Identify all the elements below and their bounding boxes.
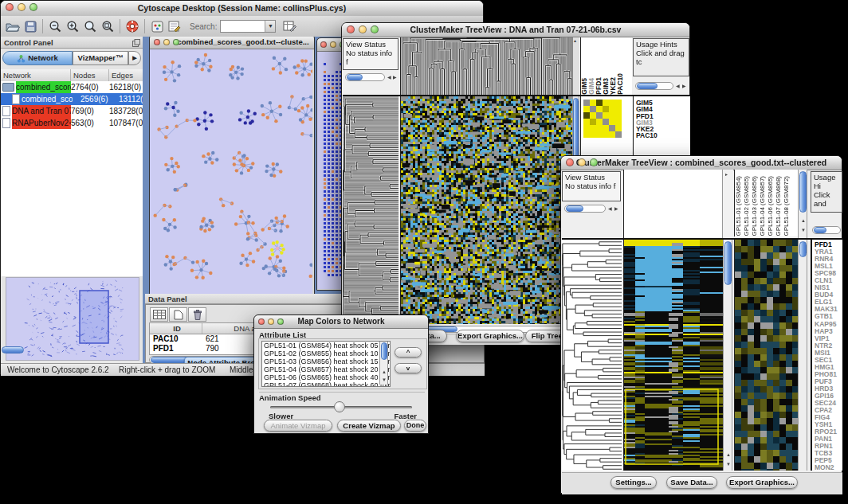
attribute-editor-button[interactable] bbox=[281, 18, 298, 34]
scrollbar-thumb[interactable] bbox=[381, 342, 387, 360]
tab-vizmapper[interactable]: VizMapper™ bbox=[73, 51, 128, 65]
close-button[interactable] bbox=[347, 25, 355, 33]
float-panel-icon[interactable] bbox=[132, 38, 140, 50]
scroll-left-icon[interactable]: ◀ bbox=[387, 74, 391, 80]
scroll-left-icon[interactable]: ◀ bbox=[676, 83, 680, 89]
scrollbar-thumb[interactable] bbox=[799, 241, 807, 257]
close-button[interactable] bbox=[258, 318, 265, 325]
minimize-button[interactable] bbox=[578, 158, 586, 166]
scroll-left-icon[interactable]: ◀ bbox=[608, 205, 612, 212]
column-label[interactable]: GPL51-07 (GSM868) bbox=[775, 176, 783, 236]
zoom-vscrollbar[interactable] bbox=[798, 240, 807, 471]
zoomed-heatmap-canvas[interactable] bbox=[734, 240, 799, 471]
usage-hints-scrollbar[interactable] bbox=[812, 226, 841, 234]
zoom-button[interactable] bbox=[29, 3, 37, 11]
search-combobox[interactable]: ▼ bbox=[220, 20, 276, 33]
dendrogram-scroll-strip[interactable]: ▴ bbox=[572, 37, 579, 95]
minimize-button[interactable] bbox=[330, 41, 336, 48]
gene-label[interactable]: MON2 bbox=[815, 464, 842, 471]
scroll-right-icon[interactable]: ▶ bbox=[614, 205, 618, 212]
network-table-row[interactable]: DNA and Tran 07 769(0) 183728(0) bbox=[1, 105, 143, 117]
network-table-row[interactable]: combined_scores 2764(0) 16218(0) bbox=[1, 81, 143, 93]
attribute-listbox[interactable]: GPL51-01 (GSM854) heat shock 05 minGPL51… bbox=[261, 341, 391, 387]
scroll-down-icon[interactable]: ▼ bbox=[726, 461, 731, 467]
scrollbar-thumb[interactable] bbox=[637, 83, 658, 89]
scroll-right-icon[interactable]: ▶ bbox=[393, 74, 397, 80]
scroll-strip[interactable]: ▸ bbox=[722, 170, 733, 238]
tab-network[interactable]: Network bbox=[2, 51, 73, 65]
usage-hints-scrollbar[interactable] bbox=[635, 82, 673, 90]
new-attribute-button[interactable] bbox=[169, 307, 187, 322]
column-label[interactable]: GPL51-01 (GSM854) bbox=[735, 176, 743, 236]
heatmap-vscrollbar[interactable]: ▲ ▼ bbox=[723, 240, 732, 471]
close-button[interactable] bbox=[154, 39, 160, 45]
create-vizmap-button[interactable]: Create Vizmap bbox=[337, 420, 401, 432]
help-button[interactable] bbox=[124, 18, 141, 34]
minimize-button[interactable] bbox=[163, 39, 170, 45]
heatmap-canvas[interactable] bbox=[400, 96, 573, 324]
gene-dendrogram-canvas[interactable] bbox=[562, 240, 622, 471]
scroll-down-icon[interactable]: ▼ bbox=[801, 227, 806, 233]
attribute-item[interactable]: GPL51-01 (GSM854) heat shock 05 min bbox=[262, 342, 390, 350]
speed-slider-thumb[interactable] bbox=[334, 401, 345, 412]
attribute-table-button[interactable] bbox=[150, 307, 168, 322]
zoom-button[interactable] bbox=[371, 25, 379, 33]
attribute-item[interactable]: GPL51-06 (GSM865) heat shock 40 min bbox=[262, 373, 390, 381]
tab-overflow-button[interactable]: ▶ bbox=[128, 51, 141, 65]
zoom-button[interactable] bbox=[590, 158, 598, 166]
zoom-out-button[interactable] bbox=[46, 18, 64, 34]
main-titlebar[interactable]: Cytoscape Desktop (Session Name: collins… bbox=[1, 1, 483, 17]
done-button[interactable]: Done bbox=[404, 420, 426, 432]
column-label[interactable]: GPL51-06 (GSM865) bbox=[767, 176, 775, 236]
heatmap-canvas[interactable] bbox=[623, 240, 724, 471]
close-button[interactable] bbox=[6, 3, 14, 11]
scroll-up-icon[interactable]: ▲ bbox=[801, 217, 806, 224]
view-status-scrollbar[interactable] bbox=[564, 205, 606, 213]
minimize-button[interactable] bbox=[18, 3, 26, 11]
scroll-up-icon[interactable]: ▲ bbox=[726, 451, 731, 458]
save-data-button[interactable]: Save Data... bbox=[666, 476, 717, 489]
delete-attribute-button[interactable] bbox=[188, 307, 206, 322]
scroll-up-icon[interactable]: ▴ bbox=[574, 37, 576, 44]
scroll-right-icon[interactable]: ▸ bbox=[725, 171, 728, 178]
close-button[interactable] bbox=[566, 158, 574, 166]
scrollbar-thumb[interactable] bbox=[724, 241, 732, 285]
col-network[interactable]: Network bbox=[1, 69, 71, 81]
close-button[interactable] bbox=[320, 41, 327, 48]
attribute-item[interactable]: GPL51-03 (GSM856) heat shock 15 min bbox=[262, 357, 390, 365]
gene-dendrogram-canvas[interactable] bbox=[343, 96, 398, 324]
zoom-fit-button[interactable] bbox=[99, 18, 116, 34]
labels-vscrollbar[interactable]: ▲ ▼ bbox=[798, 170, 807, 238]
scrollbar-thumb[interactable] bbox=[799, 171, 807, 213]
animate-vizmap-button[interactable]: Animate Vizmap bbox=[264, 420, 332, 432]
open-file-button[interactable] bbox=[4, 18, 22, 34]
view-status-scrollbar[interactable] bbox=[345, 73, 385, 81]
attribute-item[interactable]: GPL51-02 (GSM855) heat shock 10 min bbox=[262, 350, 390, 357]
plugin-button[interactable] bbox=[148, 18, 166, 34]
save-button[interactable] bbox=[22, 18, 39, 34]
export-graphics-button[interactable]: Export Graphics... bbox=[726, 476, 798, 489]
dialog-titlebar[interactable]: Map Colors to Network bbox=[254, 315, 428, 329]
attribute-item[interactable]: GPL51-04 (GSM857) heat shock 20 min bbox=[262, 365, 390, 373]
array-dendrogram-canvas[interactable] bbox=[400, 37, 573, 95]
zoom-in-button[interactable] bbox=[64, 18, 81, 34]
overview-scrollbar-thumb[interactable] bbox=[2, 346, 24, 354]
zoom-button[interactable] bbox=[277, 318, 284, 325]
minimize-button[interactable] bbox=[268, 318, 274, 325]
settings-button[interactable]: Settings... bbox=[610, 476, 657, 489]
scroll-up-icon[interactable]: ▲ bbox=[382, 369, 387, 375]
scroll-down-icon[interactable]: ▼ bbox=[382, 377, 387, 383]
gene-label[interactable]: PAC10 bbox=[636, 132, 690, 139]
minimize-button[interactable] bbox=[359, 25, 367, 33]
column-label[interactable]: PAC10 bbox=[617, 73, 624, 95]
treeview2-titlebar[interactable]: ClusterMaker TreeView : combined_scores_… bbox=[561, 156, 842, 170]
col-edges[interactable]: Edges bbox=[109, 69, 143, 81]
mini-heatmap-canvas[interactable] bbox=[583, 100, 622, 138]
network-table-row[interactable]: RNAPuberNov2+! 563(0) 107847(0) bbox=[1, 117, 143, 129]
move-down-button[interactable]: v bbox=[395, 363, 422, 373]
column-label[interactable]: GPL51-02 (GSM855) bbox=[743, 176, 751, 236]
network-table-row[interactable]: combined_sco 2569(6) 13112(15) bbox=[1, 93, 143, 105]
chevron-down-icon[interactable]: ▼ bbox=[265, 21, 275, 32]
column-label[interactable]: GPL51-03 (GSM856) bbox=[751, 176, 759, 236]
export-graphics-button[interactable]: Export Graphics... bbox=[456, 330, 524, 342]
